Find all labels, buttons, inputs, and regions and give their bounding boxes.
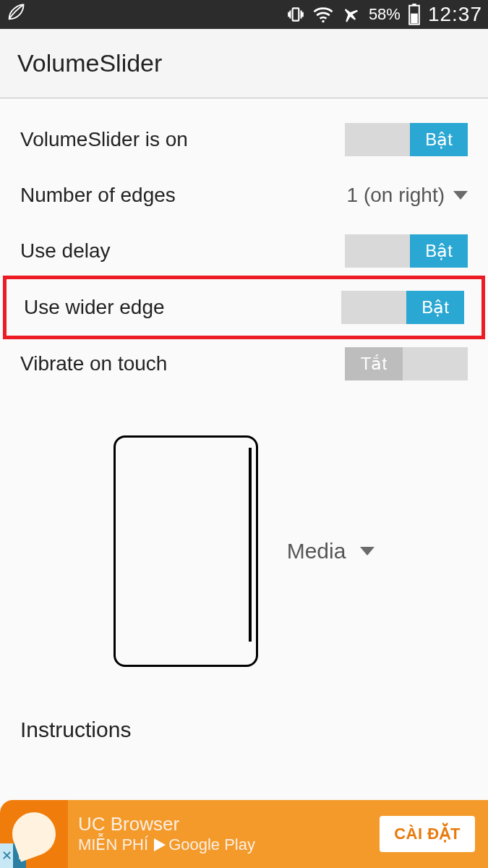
- dropdown-number-edges[interactable]: 1 (on right): [347, 184, 468, 207]
- play-icon: [154, 838, 166, 851]
- airplane-icon: [341, 5, 361, 24]
- svg-rect-4: [411, 14, 418, 24]
- battery-percent: 58%: [369, 5, 401, 24]
- vibrate-icon: [286, 5, 305, 24]
- toggle-volumeslider-on[interactable]: Bật: [345, 123, 468, 156]
- illustration-row: Media: [0, 435, 488, 667]
- label-number-edges: Number of edges: [20, 184, 347, 207]
- status-bar: 58% 12:37: [0, 0, 488, 29]
- toggle-knob: Bật: [410, 234, 468, 268]
- ad-banner[interactable]: ✕ i UC Browser MIỄN PHÍ Google Play CÀI …: [26, 800, 488, 868]
- row-number-edges[interactable]: Number of edges 1 (on right): [0, 168, 488, 223]
- label-volumeslider-on: VolumeSlider is on: [20, 128, 345, 151]
- toggle-vibrate-on-touch[interactable]: Tắt: [345, 347, 468, 380]
- toggle-use-wider-edge[interactable]: Bật: [341, 291, 464, 324]
- app-title: VolumeSlider: [17, 49, 162, 77]
- row-use-wider-edge: Use wider edge Bật: [3, 276, 485, 339]
- ad-title: UC Browser: [78, 814, 255, 835]
- clock: 12:37: [428, 3, 482, 26]
- ad-install-button[interactable]: CÀI ĐẶT: [380, 816, 475, 852]
- svg-rect-0: [293, 8, 299, 20]
- leaf-icon: [6, 2, 26, 27]
- row-volumeslider-on: VolumeSlider is on Bật: [0, 111, 488, 168]
- wifi-icon: [312, 5, 334, 24]
- label-use-wider-edge: Use wider edge: [24, 296, 341, 319]
- row-use-delay: Use delay Bật: [0, 223, 488, 279]
- instructions-heading: Instructions: [0, 718, 488, 742]
- app-bar: VolumeSlider: [0, 29, 488, 98]
- toggle-knob: Bật: [406, 291, 464, 324]
- toggle-knob: Bật: [410, 123, 468, 156]
- toggle-use-delay[interactable]: Bật: [345, 234, 468, 268]
- svg-point-1: [322, 20, 325, 23]
- dropdown-media[interactable]: Media: [287, 539, 375, 563]
- row-vibrate-on-touch: Vibrate on touch Tắt: [0, 336, 488, 392]
- phone-edge-line: [249, 448, 252, 642]
- chevron-down-icon: [453, 191, 468, 200]
- ad-store-name: Google Play: [168, 835, 255, 854]
- settings-list: VolumeSlider is on Bật Number of edges 1…: [0, 98, 488, 742]
- chevron-down-icon: [360, 547, 374, 556]
- ad-subtitle: MIỄN PHÍ Google Play: [78, 835, 255, 854]
- dropdown-media-value: Media: [287, 539, 346, 563]
- label-vibrate-on-touch: Vibrate on touch: [20, 352, 345, 375]
- toggle-knob: Tắt: [345, 347, 403, 380]
- dropdown-value: 1 (on right): [347, 184, 445, 207]
- battery-icon: [408, 4, 421, 25]
- ad-close-icon[interactable]: ✕: [0, 843, 13, 868]
- google-play-badge: Google Play: [154, 835, 255, 854]
- phone-illustration: [114, 435, 258, 667]
- label-use-delay: Use delay: [20, 239, 345, 263]
- ad-subtitle-text: MIỄN PHÍ: [78, 835, 148, 854]
- ad-text: UC Browser MIỄN PHÍ Google Play: [78, 814, 255, 854]
